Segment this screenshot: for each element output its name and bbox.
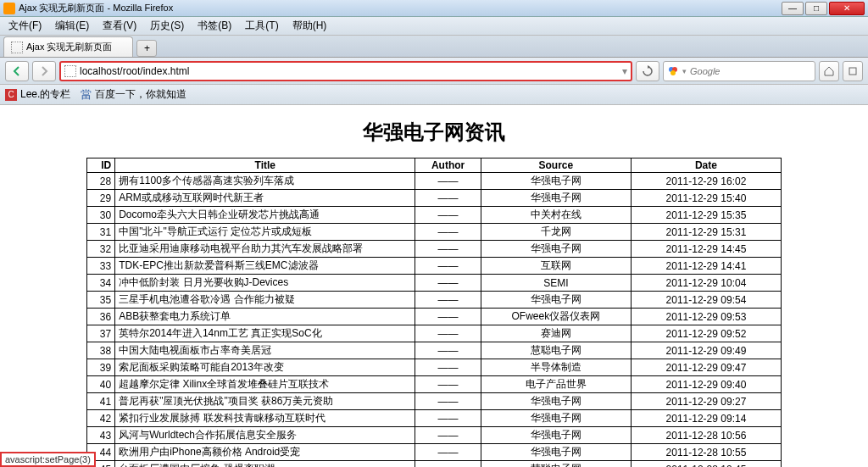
cell-source: 华强电子网 [481, 393, 631, 410]
cell-id: 32 [87, 241, 115, 258]
cell-author: —— [415, 342, 481, 359]
menu-bookmarks[interactable]: 书签(B) [192, 17, 236, 35]
firefox-icon [3, 3, 15, 14]
cell-id: 28 [87, 173, 115, 190]
table-row: 32 比亚迪采用迪康移动电视平台助力其汽车发展战略部署 —— 华强电子网 201… [87, 241, 782, 258]
status-bar: avascript:setPage(3) [0, 452, 96, 467]
cell-title: Docomo牵头六大日韩企业研发芯片挑战高通 [115, 207, 415, 224]
cell-author: —— [415, 275, 481, 292]
cell-author: —— [415, 190, 481, 207]
bookmarks-bar: C Lee.的专栏 當 百度一下，你就知道 [0, 85, 868, 105]
reload-button[interactable] [636, 61, 659, 81]
menu-file[interactable]: 文件(F) [3, 17, 47, 35]
cell-date: 2011-12-29 15:40 [631, 190, 781, 207]
address-bar: ▾ ▾ [0, 58, 868, 85]
table-row: 30 Docomo牵头六大日韩企业研发芯片挑战高通 —— 中关村在线 2011-… [87, 207, 782, 224]
menu-tools[interactable]: 工具(T) [240, 17, 283, 35]
close-button[interactable]: ✕ [829, 2, 865, 15]
cell-id: 34 [87, 275, 115, 292]
downloads-button[interactable] [843, 61, 863, 81]
menu-help[interactable]: 帮助(H) [287, 17, 332, 35]
cell-title: 拥有1100多个传感器高速实验列车落成 [115, 173, 415, 190]
new-tab-button[interactable]: + [136, 40, 157, 57]
cell-title: 台面板厂遭国内厂挖角 恐爆离职潮 [115, 461, 415, 468]
cell-author: —— [415, 410, 481, 427]
th-title: Title [115, 158, 415, 173]
search-dropdown-icon[interactable]: ▾ [682, 67, 687, 75]
cell-date: 2011-12-29 15:31 [631, 224, 781, 241]
google-icon [667, 65, 679, 77]
minimize-button[interactable]: — [782, 2, 804, 15]
tab-title: Ajax 实现无刷新页面 [26, 41, 112, 53]
menu-history[interactable]: 历史(S) [145, 17, 189, 35]
cell-author: —— [415, 224, 481, 241]
cell-title: 英特尔2014年进入14nm工艺 真正实现SoC化 [115, 325, 415, 342]
cell-author: —— [415, 241, 481, 258]
cell-id: 29 [87, 190, 115, 207]
cell-date: 2011-12-28 10:45 [631, 461, 781, 468]
cell-date: 2011-12-29 09:40 [631, 376, 781, 393]
table-row: 42 紧扣行业发展脉搏 联发科技青睐移动互联时代 —— 华强电子网 2011-1… [87, 410, 782, 427]
home-button[interactable] [819, 61, 839, 81]
table-row: 34 冲中低阶封装 日月光要收购J-Devices —— SEMI 2011-1… [87, 275, 782, 292]
menu-edit[interactable]: 编辑(E) [50, 17, 94, 35]
dropdown-icon[interactable]: ▾ [622, 65, 627, 77]
page-icon-small [64, 65, 76, 77]
cell-id: 42 [87, 410, 115, 427]
cell-source: SEMI [481, 275, 631, 292]
cell-date: 2011-12-29 09:54 [631, 292, 781, 309]
window-title: Ajax 实现无刷新页面 - Mozilla Firefox [19, 2, 782, 14]
cell-title: 中国大陆电视面板市占率奇美居冠 [115, 342, 415, 359]
url-input[interactable] [80, 65, 619, 77]
cell-date: 2011-12-28 10:56 [631, 427, 781, 444]
cell-date: 2011-12-28 10:55 [631, 444, 781, 461]
table-row: 28 拥有1100多个传感器高速实验列车落成 —— 华强电子网 2011-12-… [87, 173, 782, 190]
table-row: 38 中国大陆电视面板市占率奇美居冠 —— 慧聪电子网 2011-12-29 0… [87, 342, 782, 359]
cell-source: 电子产品世界 [481, 376, 631, 393]
cell-id: 31 [87, 224, 115, 241]
cell-id: 43 [87, 427, 115, 444]
table-row: 39 索尼面板采购策略可能自2013年改变 —— 半导体制造 2011-12-2… [87, 359, 782, 376]
table-row: 33 TDK-EPC推出新款爱普科斯三线EMC滤波器 —— 互联网 2011-1… [87, 258, 782, 275]
cell-id: 37 [87, 325, 115, 342]
cell-title: ARM或成移动互联网时代新王者 [115, 190, 415, 207]
svg-rect-3 [849, 68, 856, 75]
data-table: ID Title Author Source Date 28 拥有1100多个传… [86, 158, 782, 467]
maximize-button[interactable]: □ [805, 2, 827, 15]
cell-date: 2011-12-29 09:49 [631, 342, 781, 359]
search-input[interactable] [690, 66, 811, 76]
cell-source: 华强电子网 [481, 190, 631, 207]
cell-title: 普尼再获"屋顶光伏挑战"项目奖 获86万美元资助 [115, 393, 415, 410]
table-row: 40 超越摩尔定律 Xilinx全球首发堆叠硅片互联技术 —— 电子产品世界 2… [87, 376, 782, 393]
cell-title: TDK-EPC推出新款爱普科斯三线EMC滤波器 [115, 258, 415, 275]
cell-source: 中关村在线 [481, 207, 631, 224]
cell-title: 紧扣行业发展脉搏 联发科技青睐移动互联时代 [115, 410, 415, 427]
table-row: 41 普尼再获"屋顶光伏挑战"项目奖 获86万美元资助 —— 华强电子网 201… [87, 393, 782, 410]
cell-id: 33 [87, 258, 115, 275]
cell-date: 2011-12-29 09:47 [631, 359, 781, 376]
cell-author: —— [415, 444, 481, 461]
cell-date: 2011-12-29 14:41 [631, 258, 781, 275]
forward-button[interactable] [32, 61, 56, 81]
cell-id: 35 [87, 292, 115, 309]
bookmark-item-1[interactable]: C Lee.的专栏 [5, 87, 70, 102]
menu-view[interactable]: 查看(V) [97, 17, 142, 35]
table-row: 44 欧洲用户由iPhone高额价格 Android受宠 —— 华强电子网 20… [87, 444, 782, 461]
cell-id: 38 [87, 342, 115, 359]
cell-date: 2011-12-29 15:35 [631, 207, 781, 224]
menu-bar: 文件(F) 编辑(E) 查看(V) 历史(S) 书签(B) 工具(T) 帮助(H… [0, 17, 868, 36]
back-button[interactable] [5, 61, 29, 81]
tab-active[interactable]: Ajax 实现无刷新页面 [3, 36, 133, 57]
cell-source: 华强电子网 [481, 444, 631, 461]
svg-point-2 [670, 70, 676, 75]
cell-author: —— [415, 325, 481, 342]
page-content: 华强电子网资讯 ID Title Author Source Date 28 拥… [0, 105, 868, 467]
cell-source: 赛迪网 [481, 325, 631, 342]
table-header-row: ID Title Author Source Date [87, 158, 782, 173]
table-row: 31 中国"北斗"导航正式运行 定位芯片或成短板 —— 千龙网 2011-12-… [87, 224, 782, 241]
bookmark-label-2: 百度一下，你就知道 [95, 87, 186, 102]
table-row: 43 风河与Wurldtech合作拓展信息安全服务 —— 华强电子网 2011-… [87, 427, 782, 444]
cell-id: 30 [87, 207, 115, 224]
bookmark-item-2[interactable]: 當 百度一下，你就知道 [81, 87, 186, 103]
cell-author: —— [415, 427, 481, 444]
